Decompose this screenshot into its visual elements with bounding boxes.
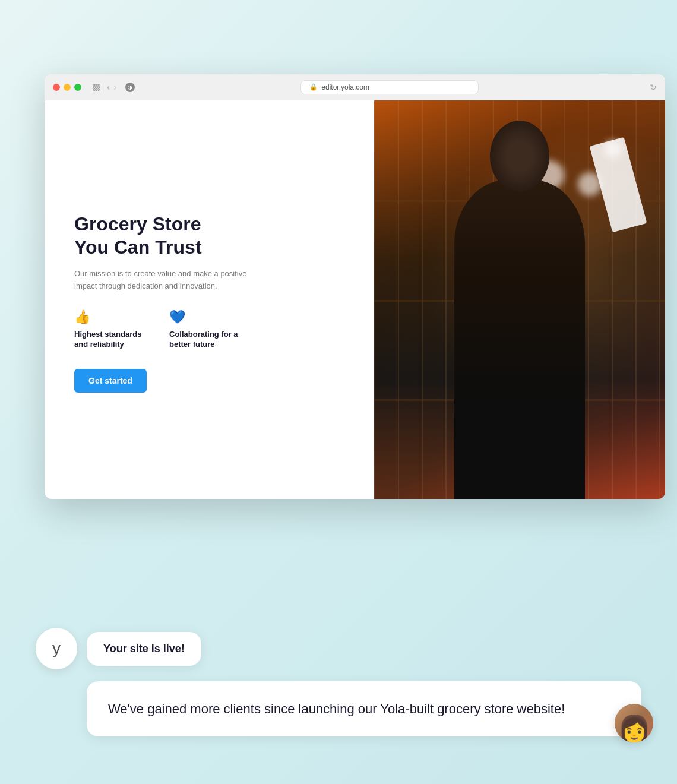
refresh-icon[interactable]: ↻	[650, 83, 657, 92]
get-started-button[interactable]: Get started	[74, 369, 147, 393]
feature-label-2: Collaborating for a better future	[169, 330, 241, 350]
notification-bubble: Your site is live!	[87, 632, 201, 666]
heading-line1: Grocery Store	[74, 213, 201, 235]
chat-area: y Your site is live! We've gained more c…	[36, 628, 641, 736]
nav-buttons: ‹ ›	[107, 82, 117, 93]
testimonial-bubble: We've gained more clients since launchin…	[87, 681, 641, 736]
browser-toolbar: ▩ ‹ › ◑ 🔒 editor.yola.com ↻	[45, 74, 665, 100]
person-head	[490, 121, 549, 192]
website-left-panel: Grocery Store You Can Trust Our mission …	[45, 100, 374, 499]
thumbs-up-icon: 👍	[74, 309, 145, 325]
close-button[interactable]	[53, 84, 60, 91]
sidebar-toggle-icon[interactable]: ▩	[92, 81, 101, 93]
feature-item-1: 👍 Highest standards and reliability	[74, 309, 145, 350]
chat-notification-row: y Your site is live!	[36, 628, 641, 669]
website-hero-image	[374, 100, 665, 499]
grocery-store-image	[374, 100, 665, 499]
url-bar[interactable]: 🔒 editor.yola.com	[300, 80, 479, 94]
forward-icon[interactable]: ›	[113, 82, 116, 93]
privacy-icon: ◑	[125, 83, 135, 92]
website-subtext: Our mission is to create value and make …	[74, 268, 252, 293]
url-text: editor.yola.com	[321, 83, 369, 91]
heading-line2: You Can Trust	[74, 236, 202, 258]
lock-icon: 🔒	[309, 83, 318, 91]
website-content: Grocery Store You Can Trust Our mission …	[45, 100, 665, 499]
heart-icon: 💙	[169, 309, 241, 325]
person-silhouette	[454, 180, 585, 499]
browser-window: ▩ ‹ › ◑ 🔒 editor.yola.com ↻ Grocery Stor…	[45, 74, 665, 499]
testimonial-text: We've gained more clients since launchin…	[108, 701, 565, 716]
maximize-button[interactable]	[74, 84, 81, 91]
url-bar-container: 🔒 editor.yola.com	[141, 80, 639, 94]
website-heading: Grocery Store You Can Trust	[74, 213, 344, 258]
features-row: 👍 Highest standards and reliability 💙 Co…	[74, 309, 344, 350]
notification-text: Your site is live!	[103, 643, 185, 655]
feature-label-1: Highest standards and reliability	[74, 330, 145, 350]
user-avatar	[615, 704, 653, 742]
feature-item-2: 💙 Collaborating for a better future	[169, 309, 241, 350]
traffic-lights	[53, 84, 81, 91]
back-icon[interactable]: ‹	[107, 82, 110, 93]
yola-letter: y	[52, 639, 61, 658]
yola-avatar: y	[36, 628, 77, 669]
light-dot-3	[604, 140, 622, 158]
minimize-button[interactable]	[64, 84, 71, 91]
light-dot-2	[578, 172, 602, 196]
